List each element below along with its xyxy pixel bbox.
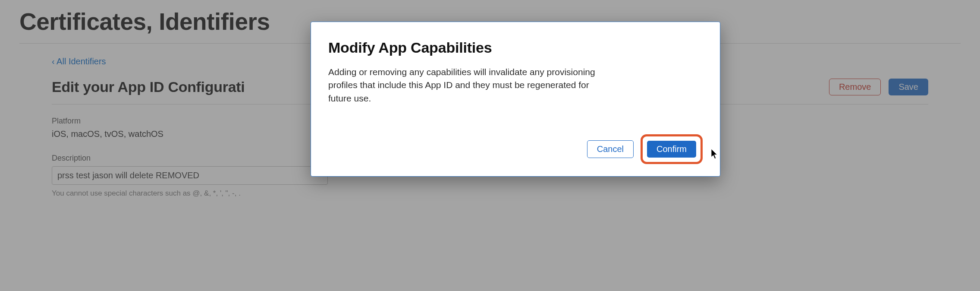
modify-capabilities-modal: Modify App Capabilities Adding or removi… — [311, 22, 720, 177]
modal-actions: Cancel Confirm — [328, 134, 703, 164]
confirm-highlight: Confirm — [641, 134, 703, 164]
confirm-button[interactable]: Confirm — [647, 141, 696, 158]
modal-title: Modify App Capabilities — [328, 39, 703, 56]
cancel-button[interactable]: Cancel — [587, 140, 634, 158]
modal-body: Adding or removing any capabilities will… — [328, 66, 596, 105]
